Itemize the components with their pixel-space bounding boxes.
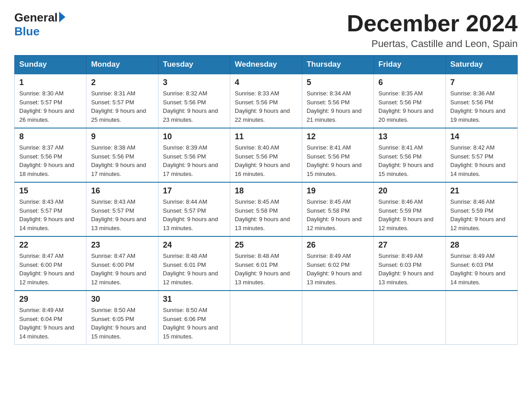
day-info: Sunrise: 8:49 AMSunset: 6:02 PMDaylight:… [307,252,369,287]
day-number: 24 [163,240,225,250]
day-number: 12 [307,132,369,141]
table-row: 24 Sunrise: 8:48 AMSunset: 6:01 PMDaylig… [158,236,230,291]
day-number: 22 [19,240,82,250]
calendar-header-saturday: Saturday [446,56,517,74]
day-number: 4 [235,78,297,87]
table-row: 26 Sunrise: 8:49 AMSunset: 6:02 PMDaylig… [302,236,373,291]
calendar-week-row: 22 Sunrise: 8:47 AMSunset: 6:00 PMDaylig… [15,236,518,291]
day-number: 31 [163,295,225,304]
day-info: Sunrise: 8:48 AMSunset: 6:01 PMDaylight:… [235,252,297,287]
day-info: Sunrise: 8:47 AMSunset: 6:00 PMDaylight:… [91,252,153,287]
day-info: Sunrise: 8:46 AMSunset: 5:59 PMDaylight:… [450,197,513,232]
day-info: Sunrise: 8:46 AMSunset: 5:59 PMDaylight:… [378,197,441,232]
table-row: 8 Sunrise: 8:37 AMSunset: 5:56 PMDayligh… [15,128,86,182]
day-info: Sunrise: 8:30 AMSunset: 5:57 PMDaylight:… [19,89,82,124]
table-row: 21 Sunrise: 8:46 AMSunset: 5:59 PMDaylig… [446,182,517,236]
logo: General Blue [14,11,65,39]
day-info: Sunrise: 8:34 AMSunset: 5:56 PMDaylight:… [307,89,369,124]
day-info: Sunrise: 8:41 AMSunset: 5:56 PMDaylight:… [307,143,369,178]
table-row: 15 Sunrise: 8:43 AMSunset: 5:57 PMDaylig… [15,182,86,236]
day-number: 21 [450,186,513,196]
table-row: 13 Sunrise: 8:41 AMSunset: 5:56 PMDaylig… [374,128,446,182]
table-row: 27 Sunrise: 8:49 AMSunset: 6:03 PMDaylig… [374,236,446,291]
day-number: 23 [91,240,153,250]
day-info: Sunrise: 8:37 AMSunset: 5:56 PMDaylight:… [19,143,82,178]
day-info: Sunrise: 8:50 AMSunset: 6:05 PMDaylight:… [91,306,153,341]
day-info: Sunrise: 8:49 AMSunset: 6:03 PMDaylight:… [378,252,441,287]
logo-arrow-icon [59,12,65,22]
day-number: 20 [378,186,441,196]
day-number: 19 [307,186,369,196]
day-number: 1 [19,78,82,87]
table-row: 1 Sunrise: 8:30 AMSunset: 5:57 PMDayligh… [15,74,86,128]
calendar-header-thursday: Thursday [302,56,373,74]
day-info: Sunrise: 8:47 AMSunset: 6:00 PMDaylight:… [19,252,82,287]
calendar-header-sunday: Sunday [15,56,86,74]
day-number: 8 [19,132,82,141]
table-row: 11 Sunrise: 8:40 AMSunset: 5:56 PMDaylig… [230,128,302,182]
table-row: 16 Sunrise: 8:43 AMSunset: 5:57 PMDaylig… [86,182,158,236]
day-info: Sunrise: 8:35 AMSunset: 5:56 PMDaylight:… [378,89,441,124]
day-number: 10 [163,132,225,141]
day-number: 3 [163,78,225,87]
day-number: 17 [163,186,225,196]
logo-general-word: General [14,11,58,25]
table-row: 29 Sunrise: 8:49 AMSunset: 6:04 PMDaylig… [15,291,86,345]
day-info: Sunrise: 8:43 AMSunset: 5:57 PMDaylight:… [91,197,153,232]
day-info: Sunrise: 8:44 AMSunset: 5:57 PMDaylight:… [163,197,225,232]
table-row: 6 Sunrise: 8:35 AMSunset: 5:56 PMDayligh… [374,74,446,128]
day-number: 6 [378,78,441,87]
day-info: Sunrise: 8:31 AMSunset: 5:57 PMDaylight:… [91,89,153,124]
table-row: 31 Sunrise: 8:50 AMSunset: 6:06 PMDaylig… [158,291,230,345]
table-row [374,291,446,345]
day-number: 25 [235,240,297,250]
day-info: Sunrise: 8:40 AMSunset: 5:56 PMDaylight:… [235,143,297,178]
table-row: 5 Sunrise: 8:34 AMSunset: 5:56 PMDayligh… [302,74,373,128]
day-info: Sunrise: 8:41 AMSunset: 5:56 PMDaylight:… [378,143,441,178]
table-row: 9 Sunrise: 8:38 AMSunset: 5:56 PMDayligh… [86,128,158,182]
day-info: Sunrise: 8:45 AMSunset: 5:58 PMDaylight:… [235,197,297,232]
logo-general-text: General [14,11,65,25]
calendar-header-monday: Monday [86,56,158,74]
table-row: 19 Sunrise: 8:45 AMSunset: 5:58 PMDaylig… [302,182,373,236]
table-row: 2 Sunrise: 8:31 AMSunset: 5:57 PMDayligh… [86,74,158,128]
calendar-header-wednesday: Wednesday [230,56,302,74]
table-row: 20 Sunrise: 8:46 AMSunset: 5:59 PMDaylig… [374,182,446,236]
calendar-week-row: 29 Sunrise: 8:49 AMSunset: 6:04 PMDaylig… [15,291,518,345]
day-info: Sunrise: 8:39 AMSunset: 5:56 PMDaylight:… [163,143,225,178]
day-number: 18 [235,186,297,196]
location-subtitle: Puertas, Castille and Leon, Spain [347,38,518,50]
table-row: 22 Sunrise: 8:47 AMSunset: 6:00 PMDaylig… [15,236,86,291]
calendar-week-row: 1 Sunrise: 8:30 AMSunset: 5:57 PMDayligh… [15,74,518,128]
day-number: 14 [450,132,513,141]
day-info: Sunrise: 8:50 AMSunset: 6:06 PMDaylight:… [163,306,225,341]
table-row: 7 Sunrise: 8:36 AMSunset: 5:56 PMDayligh… [446,74,517,128]
day-info: Sunrise: 8:43 AMSunset: 5:57 PMDaylight:… [19,197,82,232]
day-number: 28 [450,240,513,250]
day-info: Sunrise: 8:45 AMSunset: 5:58 PMDaylight:… [307,197,369,232]
day-info: Sunrise: 8:32 AMSunset: 5:56 PMDaylight:… [163,89,225,124]
day-number: 27 [378,240,441,250]
table-row: 23 Sunrise: 8:47 AMSunset: 6:00 PMDaylig… [86,236,158,291]
day-number: 29 [19,295,82,304]
month-year-title: December 2024 [347,11,518,36]
calendar-header-row: SundayMondayTuesdayWednesdayThursdayFrid… [15,56,518,74]
day-number: 15 [19,186,82,196]
table-row: 25 Sunrise: 8:48 AMSunset: 6:01 PMDaylig… [230,236,302,291]
table-row [302,291,373,345]
day-number: 2 [91,78,153,87]
table-row: 14 Sunrise: 8:42 AMSunset: 5:57 PMDaylig… [446,128,517,182]
day-number: 30 [91,295,153,304]
table-row [446,291,517,345]
day-info: Sunrise: 8:49 AMSunset: 6:03 PMDaylight:… [450,252,513,287]
day-info: Sunrise: 8:42 AMSunset: 5:57 PMDaylight:… [450,143,513,178]
table-row: 3 Sunrise: 8:32 AMSunset: 5:56 PMDayligh… [158,74,230,128]
day-info: Sunrise: 8:38 AMSunset: 5:56 PMDaylight:… [91,143,153,178]
calendar-table: SundayMondayTuesdayWednesdayThursdayFrid… [14,55,518,345]
day-number: 7 [450,78,513,87]
table-row: 12 Sunrise: 8:41 AMSunset: 5:56 PMDaylig… [302,128,373,182]
calendar-header-tuesday: Tuesday [158,56,230,74]
day-number: 13 [378,132,441,141]
calendar-week-row: 8 Sunrise: 8:37 AMSunset: 5:56 PMDayligh… [15,128,518,182]
day-number: 9 [91,132,153,141]
